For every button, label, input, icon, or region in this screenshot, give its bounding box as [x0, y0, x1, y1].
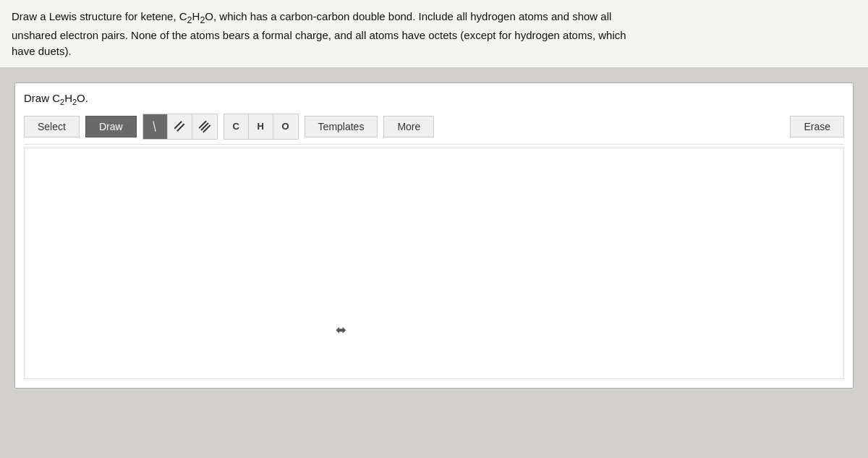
atom-group: C H O: [224, 114, 299, 140]
triple-bond-button[interactable]: [192, 114, 217, 139]
draw-label: Draw: [99, 121, 123, 132]
toolbar-row: Select Draw ∕: [24, 114, 844, 145]
draw-canvas[interactable]: ⬌: [24, 148, 844, 379]
canvas-cursor: ⬌: [336, 322, 346, 338]
triple-bond-icon: [198, 120, 210, 132]
question-line3: have duets).: [12, 43, 856, 60]
select-button[interactable]: Select: [24, 116, 80, 137]
erase-button[interactable]: Erase: [790, 116, 844, 137]
single-bond-icon: ∕: [149, 120, 161, 132]
draw-button[interactable]: Draw: [85, 116, 137, 137]
draw-area-container: Draw C2H2O. Select Draw ∕: [0, 68, 868, 403]
draw-panel: Draw C2H2O. Select Draw ∕: [14, 82, 854, 389]
draw-title: Draw C2H2O.: [24, 92, 844, 106]
more-label: More: [397, 121, 420, 132]
select-label: Select: [38, 121, 66, 132]
double-bond-icon: [174, 121, 185, 132]
question-line2: unshared electron pairs. None of the ato…: [12, 27, 856, 44]
more-button[interactable]: More: [383, 116, 434, 137]
oxygen-atom-button[interactable]: O: [273, 114, 298, 139]
single-bond-button[interactable]: ∕: [143, 114, 168, 139]
double-bond-button[interactable]: [168, 114, 192, 139]
carbon-atom-button[interactable]: C: [224, 114, 249, 139]
bond-group: ∕: [142, 114, 218, 140]
question-line1: Draw a Lewis structure for ketene, C2H2O…: [12, 9, 856, 27]
question-text-block: Draw a Lewis structure for ketene, C2H2O…: [0, 0, 868, 68]
hydrogen-atom-button[interactable]: H: [249, 114, 273, 139]
erase-label: Erase: [804, 121, 830, 132]
templates-button[interactable]: Templates: [305, 116, 378, 137]
templates-label: Templates: [318, 121, 365, 132]
